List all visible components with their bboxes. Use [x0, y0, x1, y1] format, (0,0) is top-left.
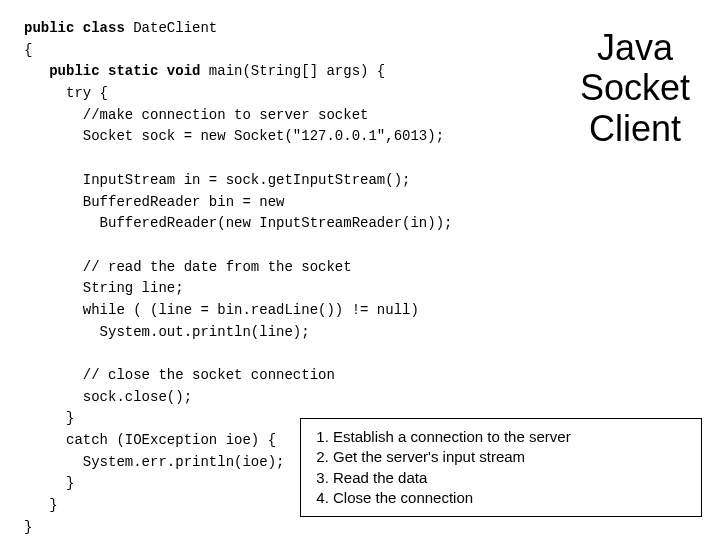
- code-line: // read the date from the socket: [24, 259, 352, 275]
- code-line: main(String[] args) {: [209, 63, 385, 79]
- code-line: }: [24, 519, 32, 535]
- step-4: Close the connection: [333, 488, 691, 508]
- code-line: String line;: [24, 280, 184, 296]
- step-3: Read the data: [333, 468, 691, 488]
- class-name: DateClient: [133, 20, 217, 36]
- code-line: //make connection to server socket: [24, 107, 368, 123]
- code-line: // close the socket connection: [24, 367, 335, 383]
- step-2: Get the server's input stream: [333, 447, 691, 467]
- kw-public-static-void: public static void: [24, 63, 209, 79]
- code-line: while ( (line = bin.readLine()) != null): [24, 302, 419, 318]
- code-line: }: [24, 497, 58, 513]
- steps-list: Establish a connection to the server Get…: [311, 427, 691, 508]
- code-line: try {: [24, 85, 108, 101]
- title-line-1: Java: [580, 28, 690, 68]
- code-line: catch (IOException ioe) {: [24, 432, 276, 448]
- code-line: BufferedReader bin = new: [24, 194, 284, 210]
- title-line-2: Socket: [580, 68, 690, 108]
- code-line: }: [24, 410, 74, 426]
- code-line: System.err.println(ioe);: [24, 454, 284, 470]
- code-line: sock.close();: [24, 389, 192, 405]
- code-line: {: [24, 42, 32, 58]
- step-1: Establish a connection to the server: [333, 427, 691, 447]
- title-line-3: Client: [580, 109, 690, 149]
- code-line: System.out.println(line);: [24, 324, 310, 340]
- slide-title: Java Socket Client: [580, 28, 690, 149]
- code-line: BufferedReader(new InputStreamReader(in)…: [24, 215, 452, 231]
- code-line: InputStream in = sock.getInputStream();: [24, 172, 410, 188]
- code-line: Socket sock = new Socket("127.0.0.1",601…: [24, 128, 444, 144]
- steps-box: Establish a connection to the server Get…: [300, 418, 702, 517]
- kw-public-class: public class: [24, 20, 133, 36]
- code-line: }: [24, 475, 74, 491]
